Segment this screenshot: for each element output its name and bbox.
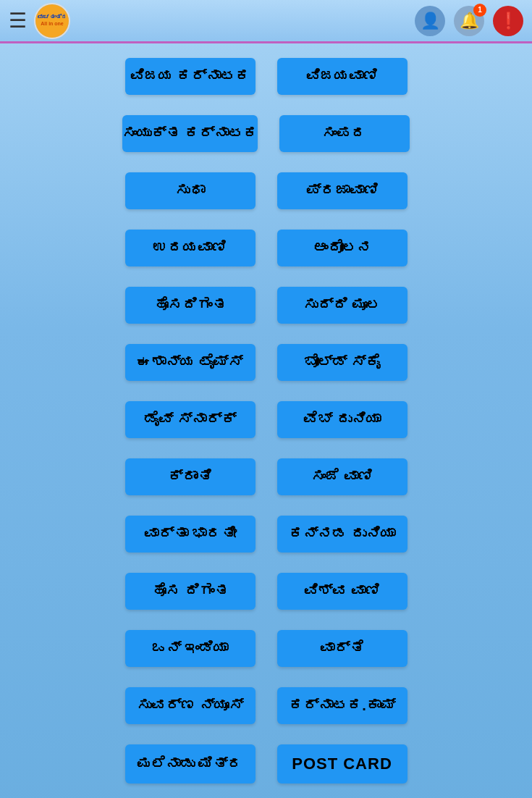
news-button-8-0[interactable]: ವಾರ್ತಾ ಭಾರತೀ: [125, 516, 256, 553]
news-button-2-0[interactable]: ಸುಧಾ: [125, 172, 256, 209]
alert-icon-button[interactable]: ❗: [493, 6, 523, 36]
alert-icon: ❗: [499, 12, 518, 30]
bell-badge: 1: [473, 4, 486, 17]
news-button-12-0[interactable]: ಮಲೆನಾಡು ಮಿತ್ರ: [125, 744, 256, 784]
news-button-3-0[interactable]: ಉದಯವಾಣಿ: [125, 230, 256, 266]
news-button-10-0[interactable]: ಒನ್ ಇಂಡಿಯಾ: [125, 630, 256, 667]
news-button-9-0[interactable]: ಹೊಸ ದಿಗಂತ: [125, 573, 256, 610]
button-row-7: ಕ್ರಾಂತಿಸಂಜೆ ವಾಣಿ: [29, 458, 503, 495]
logo: ಪಂಚತಂತ್ರ All in one: [34, 3, 70, 39]
news-button-5-1[interactable]: ಬೋಲ್ಡ್ ಸ್ಕೈ: [277, 344, 408, 381]
news-button-10-1[interactable]: ವಾರ್ತೆ: [277, 630, 408, 667]
news-button-6-0[interactable]: ಡೈವ್ ಸ್ನಾರ್ಕ್: [125, 401, 256, 438]
news-button-8-1[interactable]: ಕನ್ನಡ ದುನಿಯಾ: [277, 516, 408, 553]
news-button-3-1[interactable]: ಆಂದೋಲನ: [277, 230, 408, 266]
button-row-6: ಡೈವ್ ಸ್ನಾರ್ಕ್ವೆಬ್ ದುನಿಯಾ: [29, 401, 503, 438]
news-button-11-0[interactable]: ಸುವರ್ಣ ನ್ಯೂಸ್: [125, 687, 256, 724]
news-button-11-1[interactable]: ಕರ್ನಾಟಕ.ಕಾಮ್: [277, 687, 408, 724]
news-button-1-0[interactable]: ಸಂಯುಕ್ತ ಕರ್ನಾಟಕ: [122, 115, 258, 152]
header: ☰ ಪಂಚತಂತ್ರ All in one 👤 🔔 1 ❗: [0, 0, 532, 43]
hamburger-icon[interactable]: ☰: [9, 9, 27, 33]
user-icon-button[interactable]: 👤: [415, 6, 445, 36]
button-row-1: ಸಂಯುಕ್ತ ಕರ್ನಾಟಕಸಂಪದ: [29, 115, 503, 152]
button-row-5: ಈಶಾನ್ಯ ಟೈಮ್ಸ್ಬೋಲ್ಡ್ ಸ್ಕೈ: [29, 344, 503, 381]
news-button-0-0[interactable]: ವಿಜಯ ಕರ್ನಾಟಕ: [125, 58, 256, 95]
news-button-2-1[interactable]: ಪ್ರಜಾವಾಣಿ: [277, 172, 408, 209]
news-button-5-0[interactable]: ಈಶಾನ್ಯ ಟೈಮ್ಸ್: [125, 344, 256, 381]
user-icon: 👤: [421, 12, 440, 30]
news-button-1-1[interactable]: ಸಂಪದ: [279, 115, 410, 152]
news-button-7-0[interactable]: ಕ್ರಾಂತಿ: [125, 458, 256, 495]
news-button-6-1[interactable]: ವೆಬ್ ದುನಿಯಾ: [277, 401, 408, 438]
button-row-10: ಒನ್ ಇಂಡಿಯಾವಾರ್ತೆ: [29, 630, 503, 667]
button-row-2: ಸುಧಾಪ್ರಜಾವಾಣಿ: [29, 172, 503, 209]
button-row-11: ಸುವರ್ಣ ನ್ಯೂಸ್ಕರ್ನಾಟಕ.ಕಾಮ್: [29, 687, 503, 724]
news-buttons-grid: ವಿಜಯ ಕರ್ನಾಟಕವಿಜಯವಾಣಿಸಂಯುಕ್ತ ಕರ್ನಾಟಕಸಂಪದಸ…: [0, 43, 532, 798]
news-button-7-1[interactable]: ಸಂಜೆ ವಾಣಿ: [277, 458, 408, 495]
button-row-3: ಉದಯವಾಣಿಆಂದೋಲನ: [29, 230, 503, 266]
bell-icon-button[interactable]: 🔔 1: [454, 6, 484, 36]
button-row-8: ವಾರ್ತಾ ಭಾರತೀಕನ್ನಡ ದುನಿಯಾ: [29, 516, 503, 553]
button-row-12: ಮಲೆನಾಡು ಮಿತ್ರPOST CARD: [29, 744, 503, 784]
button-row-9: ಹೊಸ ದಿಗಂತವಿಶ್ವ ವಾಣಿ: [29, 573, 503, 610]
news-button-4-1[interactable]: ಸುದ್ದಿ ಮೂಲ: [277, 287, 408, 324]
button-row-0: ವಿಜಯ ಕರ್ನಾಟಕವಿಜಯವಾಣಿ: [29, 58, 503, 95]
news-button-4-0[interactable]: ಹೊಸದಿಗಂತ: [125, 287, 256, 324]
header-icons: 👤 🔔 1 ❗: [415, 6, 523, 36]
news-button-0-1[interactable]: ವಿಜಯವಾಣಿ: [277, 58, 408, 95]
news-button-12-1[interactable]: POST CARD: [277, 744, 408, 784]
news-button-9-1[interactable]: ವಿಶ್ವ ವಾಣಿ: [277, 573, 408, 610]
button-row-4: ಹೊಸದಿಗಂತಸುದ್ದಿ ಮೂಲ: [29, 287, 503, 324]
